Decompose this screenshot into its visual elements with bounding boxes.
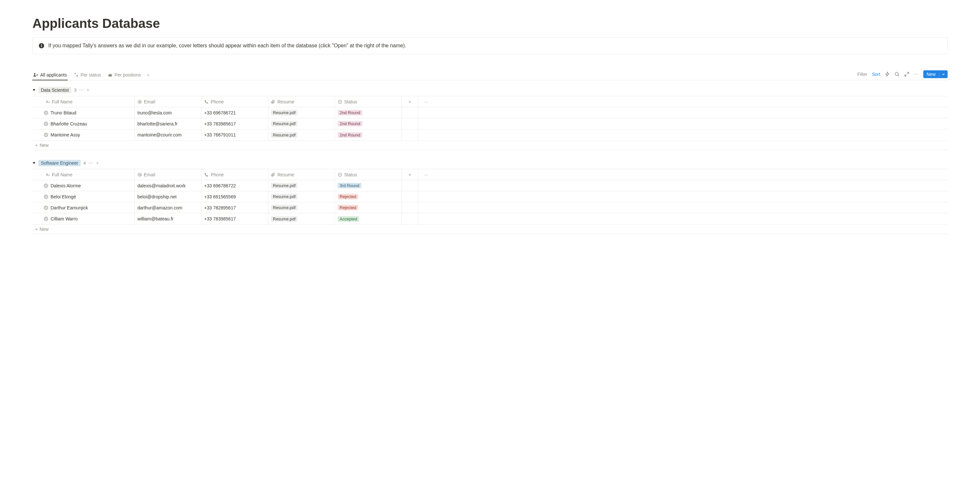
col-header-phone[interactable]: Phone (202, 169, 268, 180)
table-row[interactable]: Beloi Elongébeloi@dropship.net+33 691565… (32, 191, 948, 202)
group-add-button[interactable]: + (96, 160, 99, 166)
cell-phone[interactable]: +33 696786722 (202, 180, 268, 191)
col-header-resume[interactable]: Resume (268, 96, 335, 107)
resume-pill[interactable]: Resume.pdf (271, 216, 298, 222)
table-row[interactable]: Bharlotte Cruzeaubharlotte@sariera.fr+33… (32, 118, 948, 129)
cell-empty (402, 213, 418, 224)
col-header-status[interactable]: Status (335, 96, 402, 107)
status-pill[interactable]: 3rd Round (338, 183, 361, 188)
cell-email[interactable]: darthur@amazon.com (135, 202, 202, 213)
col-header-email[interactable]: Email (135, 96, 202, 107)
filter-action[interactable]: Filter (858, 72, 867, 77)
table-row[interactable]: Mantoine Assymantoine@courir.com+33 7667… (32, 129, 948, 140)
add-view-button[interactable]: + (146, 72, 150, 78)
add-column-button[interactable]: + (402, 96, 418, 107)
cell-status[interactable]: Rejected (335, 191, 402, 202)
cell-resume[interactable]: Resume.pdf (268, 107, 335, 118)
cell-name[interactable]: Bharlotte Cruzeau (32, 118, 135, 129)
resume-pill[interactable]: Resume.pdf (271, 110, 298, 115)
search-icon[interactable] (894, 72, 900, 77)
col-header-name[interactable]: Full Name (32, 169, 135, 180)
table-row[interactable]: Truno Bitaudtruno@tesla.com+33 696786721… (32, 107, 948, 118)
resume-pill[interactable]: Resume.pdf (271, 183, 298, 188)
col-header-email[interactable]: Email (135, 169, 202, 180)
cell-phone[interactable]: +33 783985617 (202, 213, 268, 224)
cell-name[interactable]: Beloi Elongé (32, 191, 135, 202)
col-header-phone[interactable]: Phone (202, 96, 268, 107)
group-more-icon[interactable]: ··· (79, 88, 84, 93)
cell-name[interactable]: Cilliam Warro (32, 213, 135, 224)
expand-icon[interactable] (904, 72, 909, 77)
group-more-icon[interactable]: ··· (89, 161, 93, 166)
cell-name[interactable]: Mantoine Assy (32, 129, 135, 140)
view-tab-per-status[interactable]: Per status (73, 70, 102, 80)
cell-email[interactable]: william@bateau.fr (135, 213, 202, 224)
status-pill[interactable]: Rejected (338, 205, 358, 210)
cell-email[interactable]: truno@tesla.com (135, 107, 202, 118)
cell-phone[interactable]: +33 782895617 (202, 202, 268, 213)
svg-point-13 (139, 174, 140, 175)
view-tab-per-positions[interactable]: Per positions (107, 70, 142, 80)
column-more-button[interactable]: ··· (418, 96, 434, 107)
cell-status[interactable]: 2nd Round (335, 107, 402, 118)
cell-resume[interactable]: Resume.pdf (268, 202, 335, 213)
resume-pill[interactable]: Resume.pdf (271, 194, 298, 199)
callout-text: If you mapped Tally's answers as we did … (48, 43, 406, 49)
chevron-down-icon[interactable] (939, 71, 948, 77)
cell-email[interactable]: dalexis@maladroit.work (135, 180, 202, 191)
cell-email[interactable]: mantoine@courir.com (135, 129, 202, 140)
cell-status[interactable]: Accepted (335, 213, 402, 224)
cell-empty (418, 118, 434, 129)
cell-empty (418, 129, 434, 140)
col-header-status[interactable]: Status (335, 169, 402, 180)
group-name-tag[interactable]: Software Engineer (38, 160, 81, 166)
more-actions-icon[interactable]: ··· (914, 72, 919, 77)
resume-pill[interactable]: Resume.pdf (271, 132, 298, 138)
col-header-name[interactable]: Full Name (32, 96, 135, 107)
cell-phone[interactable]: +33 691565569 (202, 191, 268, 202)
resume-pill[interactable]: Resume.pdf (271, 205, 298, 210)
column-more-button[interactable]: ··· (418, 169, 434, 180)
cell-resume[interactable]: Resume.pdf (268, 129, 335, 140)
status-pill[interactable]: 2nd Round (338, 110, 362, 115)
cell-phone[interactable]: +33 696786721 (202, 107, 268, 118)
automations-icon[interactable] (885, 72, 890, 77)
cell-status[interactable]: 2nd Round (335, 118, 402, 129)
table-row[interactable]: Cilliam Warrowilliam@bateau.fr+33 783985… (32, 213, 948, 224)
new-button[interactable]: New (923, 70, 948, 78)
plus-icon: + (35, 226, 38, 232)
view-tab-all-applicants[interactable]: All applicants (32, 70, 68, 80)
add-column-button[interactable]: + (402, 169, 418, 180)
status-pill[interactable]: Accepted (338, 216, 359, 222)
cell-phone[interactable]: +33 766791011 (202, 129, 268, 140)
group-add-button[interactable]: + (86, 87, 89, 93)
col-header-resume[interactable]: Resume (268, 169, 335, 180)
cell-resume[interactable]: Resume.pdf (268, 118, 335, 129)
cell-status[interactable]: Rejected (335, 202, 402, 213)
sort-action[interactable]: Sort (872, 72, 880, 77)
status-pill[interactable]: 2nd Round (338, 132, 362, 138)
cell-email[interactable]: bharlotte@sariera.fr (135, 118, 202, 129)
cell-phone[interactable]: +33 783985617 (202, 118, 268, 129)
collapse-triangle-icon[interactable] (32, 161, 36, 165)
svg-rect-2 (41, 45, 42, 47)
table-row[interactable]: Darthur Eamunjickdarthur@amazon.com+33 7… (32, 202, 948, 213)
cell-status[interactable]: 2nd Round (335, 129, 402, 140)
cell-name[interactable]: Dalexis Alorme (32, 180, 135, 191)
table-row[interactable]: Dalexis Alormedalexis@maladroit.work+33 … (32, 180, 948, 191)
cell-resume[interactable]: Resume.pdf (268, 213, 335, 224)
resume-pill[interactable]: Resume.pdf (271, 121, 298, 126)
cell-status[interactable]: 3rd Round (335, 180, 402, 191)
new-row-button[interactable]: +New (32, 225, 948, 234)
cell-name[interactable]: Truno Bitaud (32, 107, 135, 118)
cell-email[interactable]: beloi@dropship.net (135, 191, 202, 202)
cell-resume[interactable]: Resume.pdf (268, 180, 335, 191)
cell-empty (402, 180, 418, 191)
new-row-button[interactable]: +New (32, 141, 948, 150)
collapse-triangle-icon[interactable] (32, 89, 36, 92)
status-pill[interactable]: 2nd Round (338, 121, 362, 126)
status-pill[interactable]: Rejected (338, 194, 358, 199)
cell-name[interactable]: Darthur Eamunjick (32, 202, 135, 213)
group-name-tag[interactable]: Data Scientist (38, 87, 71, 93)
cell-resume[interactable]: Resume.pdf (268, 191, 335, 202)
